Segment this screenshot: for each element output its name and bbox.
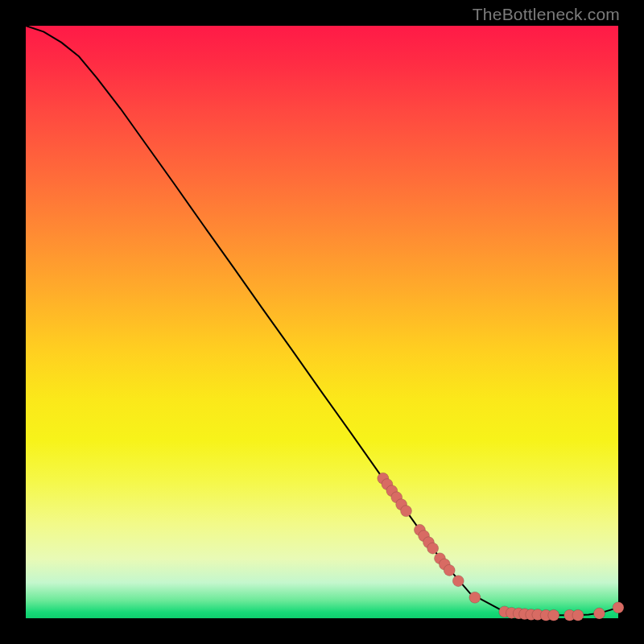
- data-marker: [572, 609, 584, 621]
- data-marker: [548, 609, 559, 621]
- data-marker: [427, 543, 439, 554]
- data-marker: [444, 564, 455, 576]
- data-marker: [613, 602, 624, 613]
- chart-frame: TheBottleneck.com: [0, 0, 644, 644]
- bottleneck-curve-line: [26, 26, 618, 615]
- data-marker: [452, 576, 464, 587]
- data-marker: [593, 608, 605, 619]
- plot-area: [26, 26, 618, 618]
- data-marker: [401, 506, 412, 517]
- data-marker: [469, 592, 481, 603]
- chart-svg: [26, 26, 618, 618]
- marker-group: [378, 473, 624, 621]
- watermark-text: TheBottleneck.com: [473, 5, 620, 24]
